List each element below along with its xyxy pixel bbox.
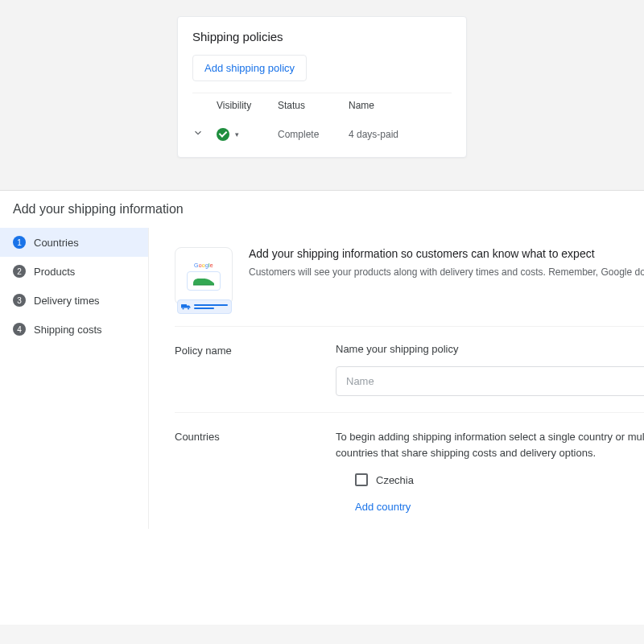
step-countries[interactable]: 1 Countries [0,228,148,257]
wizard-main: Google Add your shipping information so … [149,228,644,529]
svg-rect-0 [181,304,187,308]
visibility-dropdown-icon[interactable]: ▾ [235,130,239,138]
product-illustration: Google [175,247,233,305]
col-status: Status [278,100,349,111]
country-option-label: Czechia [376,474,414,486]
shipping-policies-title: Shipping policies [192,30,452,43]
step-shipping-costs[interactable]: 4 Shipping costs [0,315,148,344]
step-label: Shipping costs [34,324,102,336]
step-number-icon: 4 [13,323,26,336]
checkbox-icon[interactable] [355,473,368,486]
add-shipping-policy-button[interactable]: Add shipping policy [192,55,307,81]
policy-name-label: Policy name [175,343,336,396]
svg-point-2 [188,308,189,310]
step-label: Products [34,266,75,278]
wizard-steps: 1 Countries 2 Products 3 Delivery times … [0,228,149,529]
policy-name-input[interactable] [336,366,644,396]
shipping-policies-card: Shipping policies Add shipping policy Vi… [177,16,467,158]
step-number-icon: 2 [13,265,26,278]
policy-name-row: Policy name Name your shipping policy [175,326,644,412]
policy-name-cell: 4 days-paid [349,129,452,140]
countries-row: Countries To begin adding shipping infor… [175,412,644,529]
svg-point-1 [183,308,184,310]
visibility-check-icon[interactable] [217,128,229,141]
step-products[interactable]: 2 Products [0,257,148,286]
google-logo-icon: Google [194,262,213,268]
wizard-title: Add your shipping information [0,202,644,228]
country-option[interactable]: Czechia [355,473,644,486]
policy-status: Complete [278,129,349,140]
step-delivery-times[interactable]: 3 Delivery times [0,286,148,315]
hero: Google Add your shipping information so … [175,247,644,305]
policy-name-helper: Name your shipping policy [336,343,644,355]
policies-columns: Visibility Status Name [192,93,452,119]
chevron-down-icon[interactable] [192,127,204,138]
step-number-icon: 1 [13,236,26,249]
step-label: Countries [34,237,79,249]
step-label: Delivery times [34,295,100,307]
col-visibility: Visibility [217,100,278,111]
col-name: Name [349,100,452,111]
hero-heading: Add your shipping information so custome… [249,247,644,260]
countries-helper: To begin adding shipping information sel… [336,429,644,460]
hero-subtext: Customers will see your products along w… [249,266,644,278]
truck-icon [177,299,232,314]
add-country-link[interactable]: Add country [355,501,411,513]
policy-row[interactable]: ▾ Complete 4 days-paid [192,119,452,149]
step-number-icon: 3 [13,294,26,307]
shipping-wizard: Add your shipping information 1 Countrie… [0,190,644,625]
shipping-policies-panel: Shipping policies Add shipping policy Vi… [0,0,644,190]
countries-label: Countries [175,429,336,513]
shoe-icon [187,271,221,291]
